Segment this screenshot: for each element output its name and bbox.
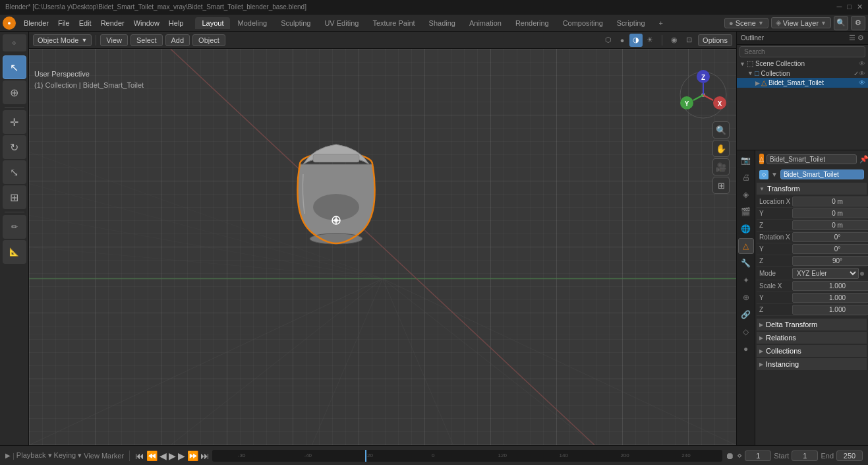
menu-blender[interactable]: Blender [20,18,53,28]
prop-constraints-icon[interactable]: 🔗 [738,307,754,323]
transform-tool-btn[interactable]: ⊞ [3,185,26,209]
prop-physics-icon[interactable]: ⊕ [738,290,754,305]
material-icon[interactable]: ◑ [629,34,643,47]
prop-output-icon[interactable]: 🖨 [738,170,754,185]
mesh-name-field[interactable]: Bidet_Smart_Toilet [780,170,864,179]
tab-rendering[interactable]: Rendering [509,17,556,29]
prop-world-icon[interactable]: 🌐 [738,221,754,237]
rendered-icon[interactable]: ☀ [643,34,656,47]
keyframe-btn[interactable]: ⋄ [737,450,742,460]
scale-z-input[interactable] [792,305,868,315]
tab-uv-editing[interactable]: UV Editing [318,17,365,29]
start-frame-input[interactable] [792,450,818,461]
scene-coll-eye[interactable]: 👁 [859,60,865,67]
ortho-tool-btn[interactable]: ⊞ [712,177,730,194]
add-menu-btn[interactable]: Add [165,34,190,46]
object-mode-dropdown[interactable]: Object Mode ▼ [33,34,92,46]
scene-collection-item[interactable]: ▼ ⬚ Scene Collection 👁 [737,59,868,69]
outliner-search-input[interactable] [739,46,865,57]
current-frame-input[interactable] [745,450,771,461]
prop-render-icon[interactable]: 📷 [738,152,754,168]
xray-btn[interactable]: ⊡ [682,34,695,47]
scene-selector[interactable]: ● Scene ▼ [724,18,768,28]
location-z-input[interactable] [792,220,868,230]
menu-help[interactable]: Help [165,18,188,28]
maximize-btn[interactable]: □ [847,3,852,11]
measure-tool-btn[interactable]: 📐 [3,240,26,264]
step-back-btn[interactable]: ◀ [159,450,167,461]
prev-keyframe-btn[interactable]: ⏪ [146,450,158,461]
view-menu-btn[interactable]: View [100,34,128,46]
solid-icon[interactable]: ● [616,34,629,47]
menu-window[interactable]: Window [130,18,163,28]
tab-layout[interactable]: Layout [195,17,230,29]
scale-y-input[interactable] [792,293,868,303]
jump-start-btn[interactable]: ⏮ [135,450,144,461]
object-eye[interactable]: 👁 [859,79,865,86]
jump-end-btn[interactable]: ⏭ [200,450,210,461]
play-btn[interactable]: ▶ [169,450,176,461]
tab-scripting[interactable]: Scripting [610,17,652,29]
prop-particles-icon[interactable]: ✦ [738,272,754,288]
outliner-settings-icon[interactable]: ⚙ [857,34,864,42]
location-y-input[interactable] [792,208,868,218]
nav-gizmo[interactable]: Z X Y [677,69,730,121]
object-menu-btn[interactable]: Object [192,34,225,46]
tab-compositing[interactable]: Compositing [556,17,610,29]
transform-header[interactable]: ▼ Transform [757,183,867,195]
menu-render[interactable]: Render [97,18,129,28]
rotation-z-input[interactable] [792,256,868,266]
rotation-x-input[interactable] [792,232,868,242]
tab-sculpting[interactable]: Sculpting [274,17,317,29]
add-workspace-btn[interactable]: + [652,17,670,29]
minimize-btn[interactable]: ─ [837,3,842,11]
close-btn[interactable]: ✕ [857,3,863,11]
prop-view-layer-icon[interactable]: ◈ [738,187,754,202]
object-name-input[interactable] [767,154,857,164]
end-frame-input[interactable] [836,450,863,461]
collection-eye[interactable]: 👁 [859,70,865,77]
move-tool-btn[interactable]: ✛ [3,110,26,134]
prop-modifiers-icon[interactable]: 🔧 [738,255,754,271]
wireframe-icon[interactable]: ⬡ [602,34,615,47]
tab-texture-paint[interactable]: Texture Paint [366,17,421,29]
cursor-tool-btn[interactable]: ⊕ [3,80,26,104]
prop-material-icon[interactable]: ● [738,341,754,357]
prop-data-icon[interactable]: ◇ [738,324,754,340]
delta-transform-header[interactable]: ▶ Delta Transform [757,319,867,330]
collection-checkbox[interactable]: ✓ [854,70,859,77]
collection-item[interactable]: ▼ □ Collection ✓ 👁 [737,69,868,78]
toilet-object-svg[interactable] [277,128,395,260]
outliner-filter-icon[interactable]: ☰ [849,34,855,42]
tab-modeling[interactable]: Modeling [231,17,274,29]
viewport-overlay-btn[interactable]: ◉ [668,34,681,47]
marker-dropdown[interactable]: Marker [101,452,124,460]
view-layer-selector[interactable]: ◈ View Layer ▼ [771,17,831,28]
playback-icon[interactable]: ▶ [5,452,11,459]
viewport-canvas[interactable]: User Perspective (1) Collection | Bidet_… [29,49,736,445]
collections-header[interactable]: ▶ Collections [757,345,867,357]
select-menu-btn[interactable]: Select [130,34,163,46]
playback-dropdown[interactable]: Playback ▾ [16,451,52,460]
rotate-tool-btn[interactable]: ↻ [3,135,26,159]
annotate-tool-btn[interactable]: ✏ [3,215,26,239]
zoom-tool-btn[interactable]: 🔍 [712,121,730,139]
step-forward-btn[interactable]: ▶ [178,450,185,461]
prop-scene-icon[interactable]: 🎬 [738,204,754,220]
pin-icon[interactable]: 📌 [859,155,868,164]
options-btn[interactable]: Options [698,34,732,46]
menu-file[interactable]: File [54,18,74,28]
select-tool-btn[interactable]: ↖ [3,55,26,79]
mode-indicator[interactable]: ○ [3,34,26,51]
camera-tool-btn[interactable]: 🎥 [712,158,730,175]
menu-edit[interactable]: Edit [75,18,96,28]
tab-animation[interactable]: Animation [463,17,508,29]
relations-header[interactable]: ▶ Relations [757,332,867,344]
scale-x-input[interactable] [792,281,868,291]
scale-tool-btn[interactable]: ⤡ [3,160,26,184]
settings-icon-btn[interactable]: ⚙ [851,16,865,30]
view-dropdown[interactable]: View [84,452,100,460]
instancing-header[interactable]: ▶ Instancing [757,358,867,370]
rotation-y-input[interactable] [792,244,868,254]
object-item[interactable]: ▶ △ Bidet_Smart_Toilet 👁 [737,78,868,88]
